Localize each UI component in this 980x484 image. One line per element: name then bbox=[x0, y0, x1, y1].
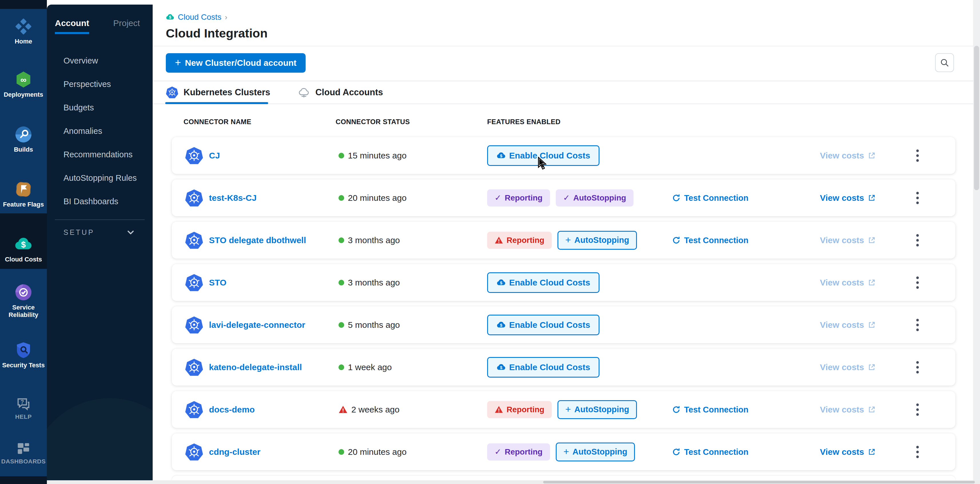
nav-module-dashboards[interactable]: DASHBOARDS bbox=[0, 441, 47, 465]
reporting-error-badge: Reporting bbox=[487, 232, 552, 249]
connector-name-link[interactable]: test-K8s-CJ bbox=[209, 193, 257, 203]
nav-module-builds[interactable]: Builds bbox=[0, 125, 47, 153]
nav-module-security-tests[interactable]: Security Tests bbox=[0, 341, 47, 369]
enable-cloud-costs-button[interactable]: $Enable Cloud Costs bbox=[487, 357, 600, 378]
nav-module-home[interactable]: Home bbox=[0, 17, 47, 45]
reporting-enabled-badge: ✓Reporting bbox=[487, 443, 550, 460]
deployments-icon: ∞ bbox=[14, 70, 33, 89]
view-costs-link[interactable]: View costs bbox=[820, 447, 876, 457]
refresh-icon bbox=[672, 447, 681, 456]
nav-module-deployments[interactable]: ∞ Deployments bbox=[0, 70, 47, 98]
refresh-icon bbox=[672, 236, 681, 244]
connector-name-link[interactable]: CJ bbox=[209, 151, 220, 160]
status-ok-dot bbox=[339, 449, 344, 455]
cloud-dollar-icon: $ bbox=[496, 151, 506, 160]
sidebar-decoration-2 bbox=[87, 444, 110, 484]
vertical-scrollbar-thumb[interactable] bbox=[974, 46, 979, 190]
row-menu-button[interactable] bbox=[913, 189, 922, 207]
help-icon: ? bbox=[16, 396, 32, 412]
external-link-icon bbox=[868, 279, 876, 287]
connector-name-link[interactable]: kateno-delegate-install bbox=[209, 363, 302, 372]
table-header: CONNECTOR NAME CONNECTOR STATUS FEATURES… bbox=[153, 104, 973, 137]
test-connection-button[interactable]: Test Connection bbox=[672, 193, 748, 203]
sidebar-setup-toggle[interactable]: SETUP bbox=[47, 228, 153, 236]
external-link-icon bbox=[868, 236, 876, 244]
add-autostopping-button[interactable]: +AutoStopping bbox=[556, 442, 635, 462]
warning-icon bbox=[495, 405, 503, 414]
connector-status: 3 months ago bbox=[339, 278, 400, 288]
refresh-icon bbox=[672, 405, 681, 414]
status-ok-dot bbox=[339, 195, 344, 201]
svg-text:$: $ bbox=[500, 153, 502, 158]
tab-account[interactable]: Account bbox=[55, 18, 89, 34]
status-ok-dot bbox=[339, 364, 344, 370]
external-link-icon bbox=[868, 152, 876, 160]
sidebar-item-anomalies[interactable]: Anomalies bbox=[47, 119, 153, 143]
tab-cloud-accounts[interactable]: Cloud Accounts bbox=[298, 86, 383, 99]
main-content: $ Cloud Costs › Cloud Integration + New … bbox=[153, 0, 973, 480]
kubernetes-icon bbox=[166, 86, 178, 99]
horizontal-scrollbar-thumb[interactable] bbox=[543, 481, 975, 483]
nav-module-feature-flags[interactable]: Feature Flags bbox=[0, 180, 47, 208]
connector-row: CJ15 minutes ago$Enable Cloud CostsView … bbox=[172, 137, 955, 174]
nav-module-help[interactable]: ? HELP bbox=[0, 396, 47, 420]
sidebar-divider bbox=[55, 219, 145, 220]
nav-module-service-reliability[interactable]: Service Reliability bbox=[0, 283, 47, 319]
test-connection-button[interactable]: Test Connection bbox=[672, 405, 748, 414]
svg-text:∞: ∞ bbox=[21, 75, 27, 85]
external-link-icon bbox=[868, 363, 876, 371]
connector-status: 20 minutes ago bbox=[339, 193, 407, 203]
add-autostopping-button[interactable]: +AutoStopping bbox=[557, 231, 637, 250]
search-button[interactable] bbox=[935, 53, 954, 72]
row-menu-button[interactable] bbox=[913, 316, 922, 334]
kubernetes-connector-icon bbox=[185, 316, 203, 334]
add-autostopping-button[interactable]: +AutoStopping bbox=[557, 400, 637, 419]
enable-cloud-costs-button[interactable]: $Enable Cloud Costs bbox=[487, 272, 600, 293]
test-connection-button[interactable]: Test Connection bbox=[672, 447, 748, 457]
breadcrumb-cloud-costs-link[interactable]: Cloud Costs bbox=[178, 13, 221, 22]
row-menu-button[interactable] bbox=[913, 231, 922, 249]
connector-name-link[interactable]: cdng-cluster bbox=[209, 447, 261, 457]
test-connection-button[interactable]: Test Connection bbox=[672, 235, 748, 245]
sidebar-item-autostopping-rules[interactable]: AutoStopping Rules bbox=[47, 166, 153, 190]
connector-name-link[interactable]: lavi-delegate-connector bbox=[209, 320, 305, 330]
plus-icon: + bbox=[175, 57, 181, 69]
row-menu-button[interactable] bbox=[913, 358, 922, 376]
sidebar-item-recommendations[interactable]: Recommendations bbox=[47, 143, 153, 166]
breadcrumb: $ Cloud Costs › bbox=[166, 13, 973, 22]
connector-name-link[interactable]: STO delegate dbothwell bbox=[209, 235, 306, 245]
row-menu-button[interactable] bbox=[913, 401, 922, 419]
row-menu-button[interactable] bbox=[913, 147, 922, 165]
svg-text:$: $ bbox=[21, 240, 26, 249]
connector-status: 2 weeks ago bbox=[339, 405, 399, 414]
kubernetes-connector-icon bbox=[185, 231, 203, 249]
autostopping-enabled-badge: ✓AutoStopping bbox=[556, 189, 634, 206]
tab-project[interactable]: Project bbox=[113, 18, 140, 34]
home-icon bbox=[14, 17, 33, 35]
features-cell: $Enable Cloud Costs bbox=[487, 357, 600, 378]
status-ok-dot bbox=[339, 322, 344, 328]
view-costs-link[interactable]: View costs bbox=[820, 193, 876, 203]
toolbar: + New Cluster/Cloud account bbox=[153, 46, 973, 81]
connector-name-link[interactable]: docs-demo bbox=[209, 405, 255, 414]
row-menu-button[interactable] bbox=[913, 273, 922, 291]
enable-cloud-costs-button[interactable]: $Enable Cloud Costs bbox=[487, 315, 600, 335]
connector-name-link[interactable]: STO bbox=[209, 278, 226, 288]
cloud-dollar-icon: $ bbox=[496, 363, 506, 372]
features-cell: Reporting+AutoStopping bbox=[487, 231, 637, 250]
sidebar-item-budgets[interactable]: Budgets bbox=[47, 96, 153, 119]
cloud-costs-sidebar: Account Project Overview Perspectives Bu… bbox=[47, 5, 153, 484]
sidebar-item-bi-dashboards[interactable]: BI Dashboards bbox=[47, 190, 153, 213]
nav-module-cloud-costs[interactable]: $ Cloud Costs bbox=[0, 235, 47, 263]
sidebar-item-overview[interactable]: Overview bbox=[47, 49, 153, 72]
row-menu-button[interactable] bbox=[913, 443, 922, 461]
external-link-icon bbox=[868, 321, 876, 329]
new-cluster-cloud-account-button[interactable]: + New Cluster/Cloud account bbox=[166, 53, 305, 73]
search-icon bbox=[940, 58, 950, 67]
view-costs-link: View costs bbox=[820, 235, 876, 245]
tab-kubernetes-clusters[interactable]: Kubernetes Clusters bbox=[166, 86, 270, 99]
sidebar-item-perspectives[interactable]: Perspectives bbox=[47, 72, 153, 96]
kubernetes-connector-icon bbox=[185, 401, 203, 419]
connector-status: 20 minutes ago bbox=[339, 447, 407, 457]
view-costs-link: View costs bbox=[820, 320, 876, 330]
